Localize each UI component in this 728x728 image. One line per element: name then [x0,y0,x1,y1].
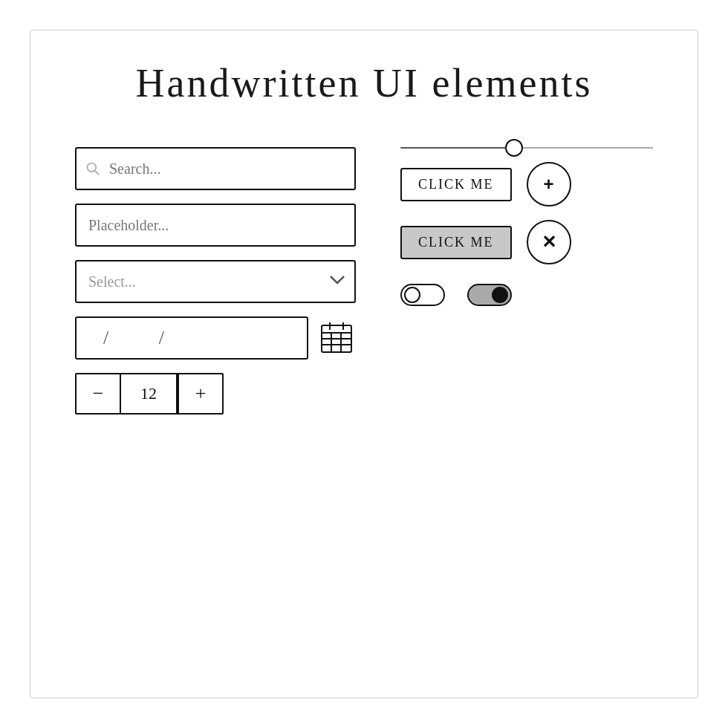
button-row-2: CLICK ME ✕ [400,220,653,264]
date-input[interactable]: / / [75,316,308,360]
main-layout: Select... / / [75,147,653,415]
right-column: CLICK ME + CLICK ME ✕ [400,147,653,306]
stepper-decrement-button[interactable]: − [77,374,121,413]
toggles-row [400,284,653,306]
calendar-button[interactable] [317,319,356,357]
slider-track [400,147,653,149]
toggle-track-off [400,284,445,306]
placeholder-input[interactable] [75,204,356,247]
calendar-icon [319,321,354,355]
click-me-button-default[interactable]: CLICK ME [400,168,512,201]
toggle-off[interactable] [400,284,445,306]
button-row-1: CLICK ME + [400,162,653,207]
stepper-increment-button[interactable]: + [178,374,222,413]
toggle-track-on [467,284,512,306]
date-slashes: / / [88,327,173,349]
page-container: Handwritten UI elements Select... [30,30,698,698]
click-me-button-active[interactable]: CLICK ME [400,226,512,259]
search-input[interactable] [75,147,356,190]
slider-track-right [514,147,653,149]
date-wrapper: / / [75,316,356,360]
slider-thumb[interactable] [505,139,523,157]
select-dropdown[interactable]: Select... [75,260,356,303]
add-button[interactable]: + [527,162,571,207]
left-column: Select... / / [75,147,356,415]
search-wrapper [75,147,356,190]
toggle-thumb-on [492,287,508,303]
stepper: − 12 + [75,373,224,415]
toggle-on[interactable] [467,284,512,306]
slider-wrapper[interactable] [400,147,653,149]
close-button[interactable]: ✕ [527,220,571,264]
select-wrapper: Select... [75,260,356,303]
stepper-value: 12 [121,374,178,413]
toggle-thumb-off [404,287,420,303]
page-title: Handwritten UI elements [136,60,593,106]
